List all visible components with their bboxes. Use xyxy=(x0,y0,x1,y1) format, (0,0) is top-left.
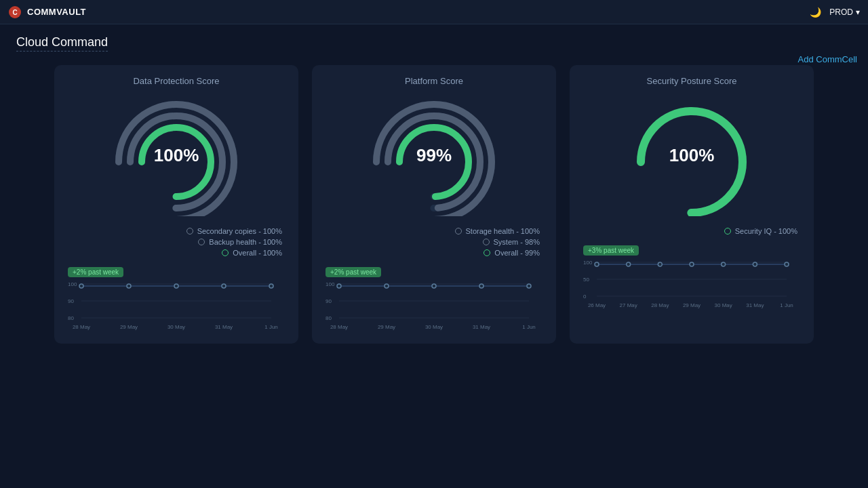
legend-item: Overall - 100% xyxy=(71,249,282,257)
svg-point-14 xyxy=(79,284,83,288)
card-title-platform: Platform Score xyxy=(323,76,545,86)
navbar-left: C COMMVAULT xyxy=(8,5,86,19)
legend-data-protection: Secondary copies - 100%Backup health - 1… xyxy=(65,227,288,257)
env-label: PROD xyxy=(829,7,853,17)
svg-text:100: 100 xyxy=(583,261,593,266)
svg-point-15 xyxy=(127,284,131,288)
card-title-security-posture: Security Posture Score xyxy=(580,76,803,86)
svg-point-39 xyxy=(479,284,484,288)
svg-text:100: 100 xyxy=(326,283,335,287)
svg-text:31 May: 31 May xyxy=(215,324,233,330)
legend-dot xyxy=(198,239,205,245)
page-title: Cloud Command xyxy=(16,35,108,52)
svg-text:27 May: 27 May xyxy=(620,302,637,308)
badge-security-posture: +3% past week xyxy=(583,245,639,256)
svg-text:29 May: 29 May xyxy=(120,324,138,330)
svg-text:28 May: 28 May xyxy=(651,302,669,308)
svg-text:31 May: 31 May xyxy=(746,302,764,308)
legend-platform: Storage health - 100%System - 98%Overall… xyxy=(323,227,545,257)
svg-point-17 xyxy=(222,284,226,288)
svg-point-37 xyxy=(384,284,389,288)
legend-label: Overall - 100% xyxy=(233,249,282,257)
badge-data-protection: +2% past week xyxy=(68,267,123,277)
svg-point-58 xyxy=(722,262,726,266)
svg-point-40 xyxy=(527,284,531,288)
logo-text: COMMVAULT xyxy=(27,7,86,17)
legend-dot xyxy=(724,228,731,235)
add-commcell-button[interactable]: Add CommCell xyxy=(798,54,857,64)
main-content: Cloud Command Add CommCell Data Protecti… xyxy=(0,24,868,354)
badge-platform: +2% past week xyxy=(326,267,381,277)
svg-text:29 May: 29 May xyxy=(683,302,701,308)
donut-area-security-posture: 100% xyxy=(580,94,803,216)
donut-container-data-protection: 100% xyxy=(102,94,251,216)
navbar: C COMMVAULT 🌙 PROD ▾ xyxy=(0,0,868,24)
svg-point-55 xyxy=(627,262,631,266)
legend-label: Backup health - 100% xyxy=(209,238,282,246)
svg-text:80: 80 xyxy=(326,315,332,321)
svg-text:0: 0 xyxy=(583,293,587,300)
svg-text:28 May: 28 May xyxy=(330,324,348,330)
svg-text:90: 90 xyxy=(326,298,332,304)
svg-point-36 xyxy=(337,284,341,288)
sparkline-area-platform: +2% past week100908028 May29 May30 May31… xyxy=(323,265,545,333)
svg-text:1 Jun: 1 Jun xyxy=(264,324,278,330)
legend-dot xyxy=(455,228,462,235)
svg-point-57 xyxy=(690,262,694,266)
legend-label: Storage health - 100% xyxy=(466,227,540,235)
donut-value-security-posture: 100% xyxy=(669,145,715,166)
moon-icon[interactable]: 🌙 xyxy=(810,7,821,18)
svg-text:26 May: 26 May xyxy=(588,302,606,308)
svg-text:30 May: 30 May xyxy=(715,302,732,308)
legend-dot xyxy=(186,228,193,235)
svg-text:80: 80 xyxy=(68,315,74,321)
legend-item: Secondary copies - 100% xyxy=(71,227,282,235)
donut-container-platform: 99% xyxy=(359,94,509,216)
sparkline-area-data-protection: +2% past week100908028 May29 May30 May31… xyxy=(65,265,288,333)
legend-label: Secondary copies - 100% xyxy=(197,227,282,235)
svg-text:90: 90 xyxy=(68,298,74,304)
svg-point-54 xyxy=(595,262,599,266)
svg-point-59 xyxy=(753,262,757,266)
legend-dot xyxy=(484,249,490,256)
donut-container-security-posture: 100% xyxy=(617,94,766,216)
svg-text:28 May: 28 May xyxy=(73,324,90,330)
commvault-logo-icon: C xyxy=(8,5,22,19)
sparkline-svg: 100908028 May29 May30 May31 May1 Jun xyxy=(326,283,542,330)
env-selector[interactable]: PROD ▾ xyxy=(829,7,860,17)
donut-area-platform: 99% xyxy=(323,94,545,216)
donut-value-platform: 99% xyxy=(416,145,452,166)
svg-text:1 Jun: 1 Jun xyxy=(522,324,536,330)
sparkline-area-security-posture: +3% past week10050026 May27 May28 May29 … xyxy=(580,243,803,311)
navbar-right: 🌙 PROD ▾ xyxy=(810,7,860,18)
cards-container: Data Protection Score100%Secondary copie… xyxy=(16,65,852,344)
legend-label: Overall - 99% xyxy=(494,249,540,257)
card-security-posture: Security Posture Score100%Security IQ - … xyxy=(570,65,814,344)
svg-point-16 xyxy=(174,284,178,288)
legend-item: System - 98% xyxy=(328,238,540,246)
svg-point-56 xyxy=(658,262,662,266)
svg-text:30 May: 30 May xyxy=(425,324,443,330)
chevron-down-icon: ▾ xyxy=(856,7,860,17)
svg-text:C: C xyxy=(12,9,17,16)
svg-text:100: 100 xyxy=(68,283,77,287)
legend-dot xyxy=(222,249,229,256)
donut-area-data-protection: 100% xyxy=(65,94,288,216)
card-title-data-protection: Data Protection Score xyxy=(65,76,288,86)
svg-text:31 May: 31 May xyxy=(473,324,490,330)
svg-text:29 May: 29 May xyxy=(378,324,395,330)
legend-item: Storage health - 100% xyxy=(328,227,540,235)
card-platform: Platform Score99%Storage health - 100%Sy… xyxy=(312,65,556,344)
legend-label: System - 98% xyxy=(494,238,540,246)
svg-point-60 xyxy=(785,262,789,266)
legend-item: Backup health - 100% xyxy=(71,238,282,246)
svg-point-18 xyxy=(269,284,273,288)
legend-label: Security IQ - 100% xyxy=(735,227,797,235)
svg-text:1 Jun: 1 Jun xyxy=(780,302,793,308)
donut-value-data-protection: 100% xyxy=(154,145,199,166)
legend-security-posture: Security IQ - 100% xyxy=(580,227,803,235)
legend-item: Security IQ - 100% xyxy=(586,227,797,235)
svg-point-38 xyxy=(432,284,436,288)
card-data-protection: Data Protection Score100%Secondary copie… xyxy=(54,65,298,344)
sparkline-svg: 100908028 May29 May30 May31 May1 Jun xyxy=(68,283,285,330)
